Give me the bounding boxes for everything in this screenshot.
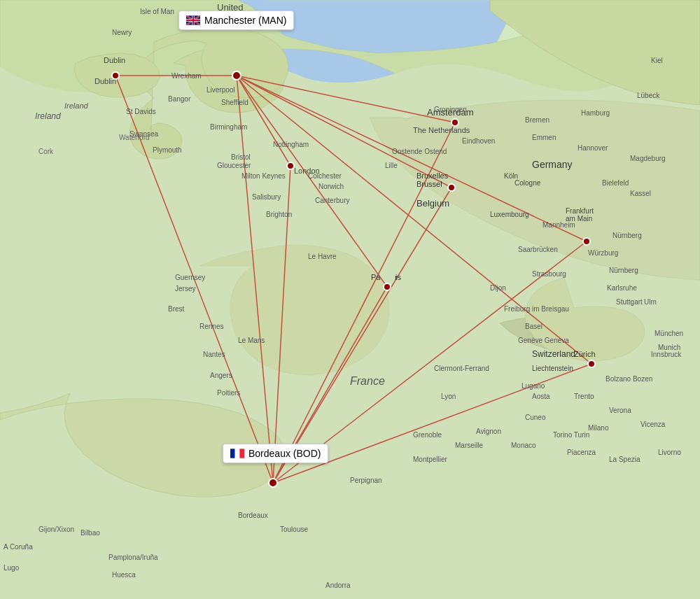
svg-text:Toulouse: Toulouse: [280, 526, 308, 533]
svg-rect-139: [235, 449, 240, 458]
svg-text:Colchester: Colchester: [308, 172, 342, 180]
svg-text:Salisbury: Salisbury: [252, 193, 281, 201]
svg-text:Newry: Newry: [112, 29, 132, 36]
svg-point-19: [451, 119, 458, 126]
svg-text:Aosta: Aosta: [532, 393, 550, 400]
svg-text:Grenoble: Grenoble: [413, 431, 442, 439]
manchester-airport-label: Manchester (MAN): [178, 10, 294, 30]
svg-text:Ulm: Ulm: [644, 298, 657, 306]
map-svg: Ireland Birmingham Nottingham London Bri…: [0, 0, 700, 599]
svg-point-22: [583, 238, 590, 245]
svg-text:Bremen: Bremen: [525, 116, 550, 124]
svg-text:Swansea: Swansea: [130, 130, 159, 138]
svg-text:Munich: Munich: [658, 344, 680, 351]
svg-text:Ireland: Ireland: [35, 111, 61, 121]
svg-text:Liechtenstein: Liechtenstein: [532, 365, 573, 372]
svg-rect-140: [239, 449, 244, 458]
svg-text:Oostende Ostend: Oostende Ostend: [392, 148, 447, 155]
svg-text:Brighton: Brighton: [266, 211, 292, 218]
svg-text:Trento: Trento: [574, 393, 594, 400]
svg-text:Jersey: Jersey: [175, 285, 195, 293]
svg-text:Lyon: Lyon: [441, 393, 456, 400]
svg-text:Eindhoven: Eindhoven: [462, 137, 495, 145]
svg-text:Milano: Milano: [588, 424, 609, 432]
svg-text:Monaco: Monaco: [511, 442, 536, 449]
svg-text:Nürnberg: Nürnberg: [609, 267, 638, 274]
svg-text:Gijon/Xixon: Gijon/Xixon: [38, 526, 74, 533]
svg-text:Livorno: Livorno: [658, 449, 681, 456]
svg-text:München: München: [654, 330, 683, 337]
svg-text:Piacenza: Piacenza: [567, 449, 596, 456]
svg-text:is: is: [396, 273, 401, 281]
svg-text:Poitiers: Poitiers: [217, 389, 240, 397]
svg-text:La Spezia: La Spezia: [609, 456, 640, 463]
svg-text:Lugo: Lugo: [4, 564, 20, 572]
svg-text:Strasbourg: Strasbourg: [532, 270, 566, 278]
svg-text:Ireland: Ireland: [64, 101, 89, 110]
svg-text:Belgium: Belgium: [416, 198, 449, 209]
svg-text:Bordeaux: Bordeaux: [238, 512, 268, 519]
svg-text:Liverpool: Liverpool: [206, 86, 235, 94]
svg-text:Wrexham: Wrexham: [172, 72, 202, 80]
svg-text:Kassel: Kassel: [630, 190, 651, 197]
svg-text:Le Havre: Le Havre: [308, 253, 337, 260]
svg-text:Angers: Angers: [210, 372, 232, 379]
svg-text:Rennes: Rennes: [200, 323, 223, 330]
svg-text:Pa: Pa: [371, 273, 381, 281]
svg-text:Brest: Brest: [168, 305, 185, 313]
svg-text:Nottingham: Nottingham: [273, 141, 309, 148]
svg-text:Vicenza: Vicenza: [640, 421, 666, 428]
svg-text:Cologne: Cologne: [514, 179, 541, 187]
svg-text:Emmen: Emmen: [532, 134, 556, 141]
svg-text:Nürnberg: Nürnberg: [612, 232, 642, 239]
svg-rect-138: [230, 449, 235, 458]
svg-text:Dublin: Dublin: [94, 77, 116, 85]
svg-text:Saarbrücken: Saarbrücken: [518, 246, 558, 253]
svg-text:Plymouth: Plymouth: [153, 146, 182, 154]
svg-text:A Coruña: A Coruña: [4, 543, 33, 551]
svg-text:Hannover: Hannover: [578, 144, 608, 152]
svg-text:Cork: Cork: [38, 148, 54, 155]
svg-text:Switzerland: Switzerland: [532, 349, 575, 359]
svg-text:Isle of Man: Isle of Man: [140, 8, 174, 15]
svg-text:Würzburg: Würzburg: [588, 249, 618, 257]
svg-point-21: [384, 283, 391, 290]
svg-point-24: [269, 479, 277, 487]
svg-point-17: [232, 71, 241, 80]
svg-text:Kiel: Kiel: [651, 57, 663, 64]
svg-text:Birmingham: Birmingham: [210, 123, 247, 131]
svg-text:Lübeck: Lübeck: [637, 92, 660, 99]
svg-text:Clermont-Ferrand: Clermont-Ferrand: [434, 365, 489, 372]
svg-text:Pamplona/Iruña: Pamplona/Iruña: [108, 554, 158, 561]
svg-text:Luxembourg: Luxembourg: [490, 211, 529, 218]
svg-point-20: [448, 184, 455, 191]
svg-text:Basel: Basel: [525, 323, 542, 330]
svg-text:Zürich: Zürich: [574, 350, 596, 358]
svg-text:Perpignan: Perpignan: [350, 477, 382, 484]
svg-text:Dublin: Dublin: [104, 56, 125, 64]
svg-text:Nantes: Nantes: [203, 351, 225, 358]
svg-text:Lille: Lille: [385, 162, 398, 169]
svg-text:Bielefeld: Bielefeld: [602, 179, 629, 187]
svg-text:Guernsey: Guernsey: [175, 274, 205, 281]
svg-text:Magdeburg: Magdeburg: [630, 155, 666, 162]
svg-text:Germany: Germany: [532, 159, 573, 170]
svg-text:Andorra: Andorra: [326, 582, 351, 589]
bordeaux-airport-label: Bordeaux (BOD): [223, 444, 328, 463]
svg-text:St Davids: St Davids: [126, 108, 156, 115]
svg-text:Montpellier: Montpellier: [413, 456, 448, 463]
svg-text:Huesca: Huesca: [112, 571, 136, 579]
svg-text:Genève Geneva: Genève Geneva: [518, 337, 569, 344]
svg-text:Bilbao: Bilbao: [80, 529, 100, 537]
svg-text:Stuttgart: Stuttgart: [616, 298, 643, 306]
map-container: Ireland Birmingham Nottingham London Bri…: [0, 0, 700, 599]
svg-point-18: [287, 162, 294, 169]
svg-text:Verona: Verona: [609, 407, 631, 414]
manchester-label-text: Manchester (MAN): [204, 15, 286, 26]
svg-text:Bristol: Bristol: [231, 153, 251, 161]
svg-text:Gloucester: Gloucester: [217, 162, 251, 169]
svg-text:Canterbury: Canterbury: [315, 197, 349, 204]
svg-text:Dijon: Dijon: [490, 284, 506, 292]
svg-text:Hamburg: Hamburg: [581, 109, 610, 117]
svg-text:Bangor: Bangor: [168, 95, 191, 103]
